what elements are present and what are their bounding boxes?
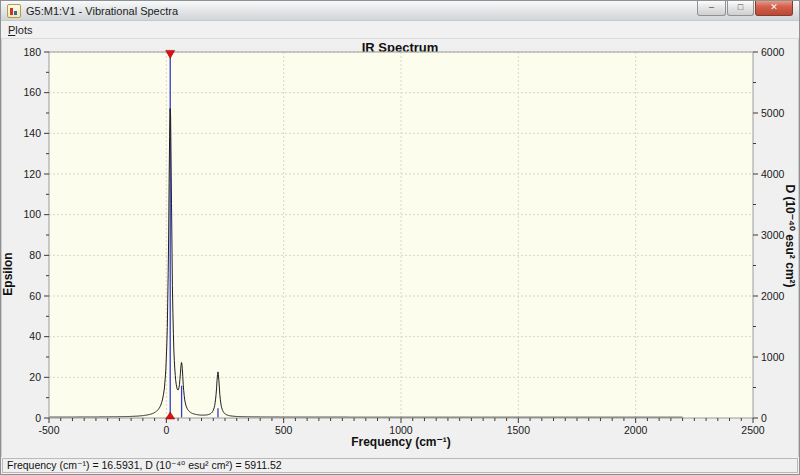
spectrum-plot[interactable]: -500050010001500200025000204060801001201… <box>2 39 800 457</box>
close-button[interactable]: ✕ <box>755 1 793 16</box>
y-left-tick-label: 60 <box>29 290 41 302</box>
y-left-tick-label: 140 <box>23 127 41 139</box>
y-right-tick-label: 6000 <box>761 46 785 58</box>
x-axis-label: Frequency (cm⁻¹) <box>2 435 800 449</box>
y-right-tick-label: 2000 <box>761 290 785 302</box>
status-readout: Frequency (cm⁻¹) = 16.5931, D (10⁻⁴⁰ esu… <box>2 458 798 473</box>
y-left-tick-label: 180 <box>23 46 41 58</box>
menu-plots[interactable]: Plots <box>1 22 39 38</box>
y-left-tick-label: 80 <box>29 249 41 261</box>
y-right-tick-label: 4000 <box>761 168 785 180</box>
maximize-button[interactable]: □ <box>727 1 754 16</box>
window-controls: – □ ✕ <box>696 1 793 16</box>
window-title: G5:M1:V1 - Vibrational Spectra <box>26 5 178 17</box>
app-icon <box>7 4 21 18</box>
y-right-tick-label: 1000 <box>761 351 785 363</box>
y-axis-label-left: Epsilon <box>1 244 15 304</box>
y-left-tick-label: 0 <box>35 412 41 424</box>
menu-plots-rest: lots <box>15 24 32 36</box>
y-right-tick-label: 3000 <box>761 229 785 241</box>
minimize-button[interactable]: – <box>697 1 726 16</box>
y-left-tick-label: 100 <box>23 208 41 220</box>
y-left-tick-label: 20 <box>29 371 41 383</box>
app-window: G5:M1:V1 - Vibrational Spectra – □ ✕ Plo… <box>0 0 800 475</box>
chart-area: IR Spectrum -500050010001500200025000204… <box>1 39 799 457</box>
y-axis-label-right: D (10⁻⁴⁰ esu² cm²) <box>783 161 797 311</box>
title-bar[interactable]: G5:M1:V1 - Vibrational Spectra – □ ✕ <box>1 1 799 21</box>
status-bar: Frequency (cm⁻¹) = 16.5931, D (10⁻⁴⁰ esu… <box>1 457 799 474</box>
y-right-tick-label: 0 <box>761 412 767 424</box>
y-left-tick-label: 160 <box>23 86 41 98</box>
y-right-tick-label: 5000 <box>761 107 785 119</box>
plot-background <box>49 52 753 418</box>
y-left-tick-label: 120 <box>23 168 41 180</box>
y-left-tick-label: 40 <box>29 330 41 342</box>
menu-bar: Plots <box>1 21 799 39</box>
